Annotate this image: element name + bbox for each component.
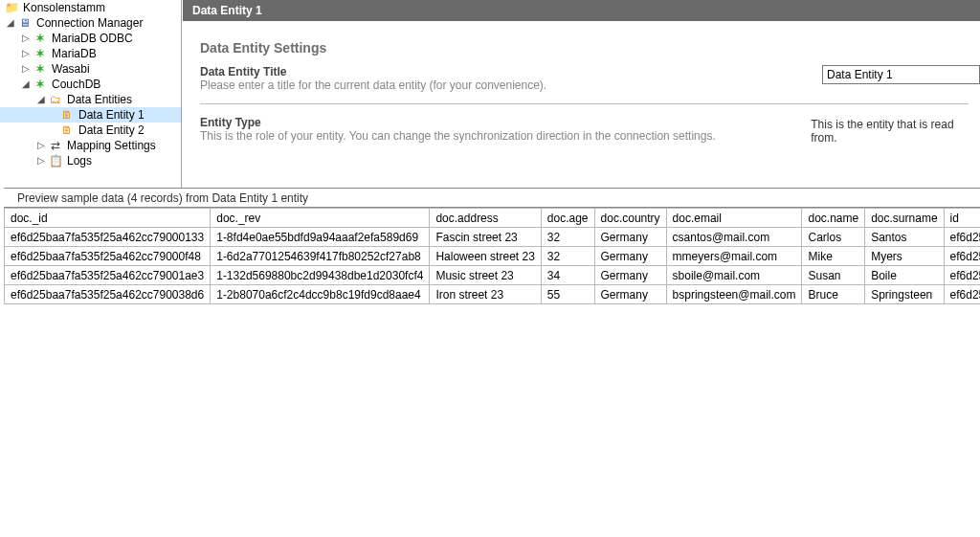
grid-column-header[interactable]: doc.address: [430, 209, 541, 228]
sidebar-divider: [181, 0, 182, 191]
table-cell: bspringsteen@mail.com: [666, 285, 802, 304]
entity-icon: 🗎: [59, 107, 75, 123]
expand-icon[interactable]: ▷: [36, 138, 46, 153]
table-cell: ef6d25baa7fa535f25a462cc79000f48: [5, 247, 211, 266]
tree-item-mariadb[interactable]: ▷ ✶ MariaDB: [0, 46, 182, 61]
tree-data-entity-2[interactable]: 🗎 Data Entity 2: [0, 123, 182, 138]
tree-item-mariadb-odbc[interactable]: ▷ ✶ MariaDB ODBC: [0, 31, 182, 46]
type-field-label: Entity Type: [200, 116, 801, 129]
db-icon: ✶: [33, 61, 48, 77]
table-cell: Santos: [865, 228, 944, 247]
table-cell: mmeyers@mail.com: [666, 247, 802, 266]
table-cell: ef6d25baa7fa: [944, 228, 980, 247]
tree-item-label: MariaDB ODBC: [50, 31, 133, 46]
table-cell: ef6d25baa7fa535f25a462cc790038d6: [5, 285, 211, 304]
db-icon: ✶: [33, 46, 48, 61]
table-cell: Myers: [865, 247, 944, 266]
tree-item-wasabi[interactable]: ▷ ✶ Wasabi: [0, 61, 182, 77]
type-field-hint: This is the role of your entity. You can…: [200, 129, 801, 143]
tree-connection-manager[interactable]: ◢ 🖥 Connection Manager: [0, 15, 182, 31]
table-cell: ef6d25baa7fa535f25a462cc79001ae3: [5, 266, 211, 285]
collapse-icon[interactable]: ◢: [6, 15, 15, 31]
table-cell: 1-2b8070a6cf2c4dcc9b8c19fd9cd8aae4: [211, 285, 430, 304]
tree-root-label: Konsolenstamm: [21, 0, 105, 15]
tree-entity2-label: Data Entity 2: [77, 123, 145, 138]
folder-icon: 📁: [4, 0, 19, 15]
grid-column-header[interactable]: doc.name: [802, 209, 865, 228]
tree-data-entity-1[interactable]: 🗎 Data Entity 1: [0, 107, 182, 123]
tree-item-label: Wasabi: [50, 61, 90, 77]
collapse-icon[interactable]: ◢: [36, 92, 46, 107]
table-cell: ef6d25baa7fa: [944, 247, 980, 266]
expand-icon[interactable]: ▷: [21, 61, 31, 77]
db-icon: ✶: [33, 77, 48, 92]
table-cell: 32: [541, 247, 594, 266]
table-cell: Germany: [594, 266, 666, 285]
table-cell: Germany: [594, 247, 666, 266]
title-input[interactable]: [822, 65, 980, 84]
db-icon: ✶: [33, 31, 48, 46]
table-cell: sboile@mail.com: [666, 266, 802, 285]
table-cell: ef6d25baa7fa535f25a462cc79000133: [5, 228, 211, 247]
panel-title: Data Entity 1: [183, 0, 980, 21]
table-cell: Bruce: [802, 285, 865, 304]
table-row[interactable]: ef6d25baa7fa535f25a462cc79001ae31-132d56…: [5, 266, 981, 285]
tree-logs-label: Logs: [65, 153, 92, 168]
mapping-icon: ⇄: [48, 138, 63, 153]
sidebar: 📁 Konsolenstamm ◢ 🖥 Connection Manager ▷…: [0, 0, 182, 191]
table-cell: Boile: [865, 266, 944, 285]
table-cell: ef6d25baa7fa: [944, 266, 980, 285]
title-field-label: Data Entity Title: [200, 65, 813, 78]
folder-stack-icon: 🗂: [48, 92, 63, 107]
grid-header-row: doc._iddoc._revdoc.addressdoc.agedoc.cou…: [5, 209, 981, 228]
table-cell: Carlos: [802, 228, 865, 247]
expand-icon[interactable]: ▷: [36, 153, 46, 168]
section-heading: Data Entity Settings: [200, 40, 980, 56]
grid-column-header[interactable]: id: [944, 209, 980, 228]
tree-data-entities-label: Data Entities: [65, 92, 132, 107]
table-cell: Haloween street 23: [430, 247, 541, 266]
tree-root[interactable]: 📁 Konsolenstamm: [0, 0, 182, 15]
grid-column-header[interactable]: doc.email: [666, 209, 802, 228]
table-cell: Germany: [594, 285, 666, 304]
tree-data-entities[interactable]: ◢ 🗂 Data Entities: [0, 92, 182, 107]
expand-icon[interactable]: ▷: [21, 46, 31, 61]
table-cell: 1-8fd4e0ae55bdfd9a94aaaf2efa589d69: [211, 228, 430, 247]
table-cell: csantos@mail.com: [666, 228, 802, 247]
type-role-text: This is the entity that is read from.: [811, 116, 980, 145]
tree-conn-mgr-label: Connection Manager: [34, 15, 143, 31]
grid-column-header[interactable]: doc.country: [594, 209, 666, 228]
table-row[interactable]: ef6d25baa7fa535f25a462cc79000f481-6d2a77…: [5, 247, 981, 266]
entity-icon: 🗎: [59, 123, 75, 138]
table-cell: Germany: [594, 228, 666, 247]
preview-caption: Preview sample data (4 records) from Dat…: [4, 189, 980, 208]
tree-logs[interactable]: ▷ 📋 Logs: [0, 153, 182, 168]
main-panel: Data Entity 1 Data Entity Settings Data …: [183, 0, 980, 152]
log-icon: 📋: [48, 153, 63, 168]
grid-column-header[interactable]: doc.surname: [865, 209, 944, 228]
table-cell: Springsteen: [865, 285, 944, 304]
connection-icon: 🖥: [17, 15, 33, 31]
grid-column-header[interactable]: doc._id: [5, 209, 211, 228]
grid-column-header[interactable]: doc.age: [541, 209, 594, 228]
tree-item-label: MariaDB: [50, 46, 97, 61]
tree-item-couchdb[interactable]: ◢ ✶ CouchDB: [0, 77, 182, 92]
table-cell: 55: [541, 285, 594, 304]
table-cell: 34: [541, 266, 594, 285]
table-cell: Susan: [802, 266, 865, 285]
table-cell: 1-132d569880bc2d99438dbe1d2030fcf4: [211, 266, 430, 285]
table-cell: 1-6d2a7701254639f417fb80252cf27ab8: [211, 247, 430, 266]
tree-item-label: CouchDB: [50, 77, 100, 92]
table-cell: Music street 23: [430, 266, 541, 285]
table-cell: Fascin street 23: [430, 228, 541, 247]
table-cell: Iron street 23: [430, 285, 541, 304]
tree-entity1-label: Data Entity 1: [77, 107, 145, 123]
table-row[interactable]: ef6d25baa7fa535f25a462cc790001331-8fd4e0…: [5, 228, 981, 247]
table-cell: ef6d25baa7fa: [944, 285, 980, 304]
collapse-icon[interactable]: ◢: [21, 77, 31, 92]
table-row[interactable]: ef6d25baa7fa535f25a462cc790038d61-2b8070…: [5, 285, 981, 304]
expand-icon[interactable]: ▷: [21, 31, 31, 46]
tree-mapping-settings[interactable]: ▷ ⇄ Mapping Settings: [0, 138, 182, 153]
table-cell: Mike: [802, 247, 865, 266]
grid-column-header[interactable]: doc._rev: [211, 209, 430, 228]
